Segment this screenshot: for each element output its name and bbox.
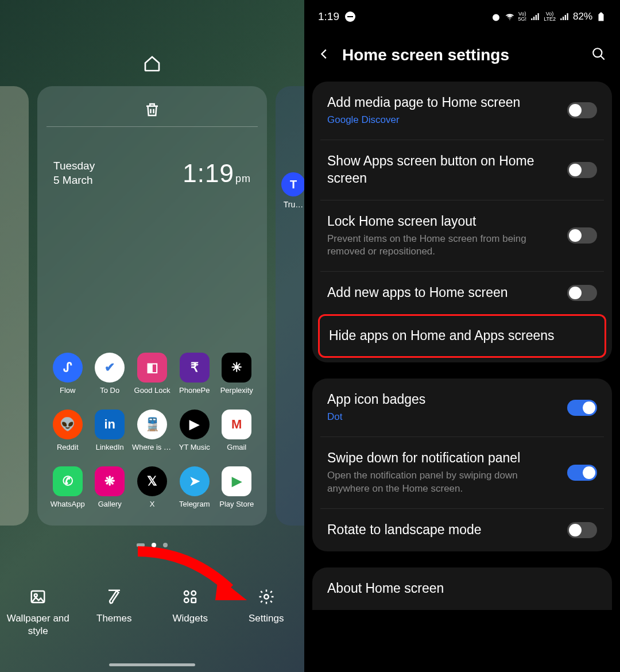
app-telegram[interactable]: ➤Telegram bbox=[175, 466, 215, 508]
alarm-icon bbox=[491, 11, 501, 22]
row-title: Lock Home screen layout bbox=[327, 213, 558, 230]
action-label: Themes bbox=[76, 612, 153, 625]
app-label: Perplexity bbox=[217, 386, 257, 395]
setting-row[interactable]: App icon badgesDot bbox=[312, 379, 612, 437]
page-preview-left[interactable] bbox=[0, 86, 29, 526]
brush-icon bbox=[76, 588, 153, 605]
setting-row[interactable]: Show Apps screen button on Home screen bbox=[320, 140, 604, 200]
toggle[interactable] bbox=[567, 285, 597, 301]
row-title: Swipe down for notification panel bbox=[327, 450, 558, 467]
home-icon[interactable] bbox=[141, 55, 164, 73]
app-whatsapp[interactable]: ✆WhatsApp bbox=[48, 466, 88, 508]
image-icon bbox=[0, 588, 76, 605]
home-edit-pane: T Tru… Tuesday 5 March 1:19pm ᔑFlow✔To D… bbox=[0, 0, 304, 672]
app-label: YT Music bbox=[175, 443, 215, 451]
app-x[interactable]: 𝕏X bbox=[132, 466, 172, 508]
app-label: Good Lock bbox=[132, 386, 172, 395]
toggle[interactable] bbox=[567, 465, 597, 481]
signal-icon bbox=[530, 11, 540, 22]
app-linkedin[interactable]: inLinkedIn bbox=[90, 410, 130, 451]
svg-point-2 bbox=[184, 591, 189, 596]
date-line: 5 March bbox=[53, 173, 95, 188]
row-title: Add media page to Home screen bbox=[327, 94, 558, 111]
home-page-preview[interactable]: Tuesday 5 March 1:19pm ᔑFlow✔To Do◧Good … bbox=[37, 86, 267, 526]
app-yt-music[interactable]: ▶YT Music bbox=[175, 410, 215, 451]
page-preview-right[interactable]: T Tru… bbox=[276, 86, 304, 526]
row-subtitle: Prevent items on the Home screen from be… bbox=[327, 233, 558, 259]
row-subtitle: Dot bbox=[327, 411, 558, 424]
settings-pane: 1:19 Vo)5G! Vo)LTE2 82% Home screen sett… bbox=[304, 0, 620, 672]
action-widgets[interactable]: Widgets bbox=[152, 588, 228, 638]
page-title: Home screen settings bbox=[342, 46, 580, 64]
row-title: Show Apps screen button on Home screen bbox=[327, 153, 558, 187]
row-title: App icon badges bbox=[327, 391, 558, 408]
app-icon: ₹ bbox=[180, 353, 210, 383]
toggle[interactable] bbox=[567, 400, 597, 416]
app-reddit[interactable]: 👽Reddit bbox=[48, 410, 88, 451]
row-subtitle: Google Discover bbox=[327, 114, 558, 127]
toggle[interactable] bbox=[567, 102, 597, 118]
app-label: WhatsApp bbox=[48, 500, 88, 508]
app-flow[interactable]: ᔑFlow bbox=[48, 353, 88, 395]
app-icon: ✳ bbox=[222, 353, 251, 383]
toggle[interactable] bbox=[567, 162, 597, 178]
app-good-lock[interactable]: ◧Good Lock bbox=[132, 353, 172, 395]
wifi-icon bbox=[505, 11, 515, 22]
setting-row[interactable]: Lock Home screen layoutPrevent items on … bbox=[320, 200, 604, 272]
clock-suffix: pm bbox=[235, 173, 251, 184]
delete-page-button[interactable] bbox=[48, 95, 257, 126]
settings-group-1: Add media page to Home screenGoogle Disc… bbox=[312, 82, 612, 362]
app-gallery[interactable]: ❋Gallery bbox=[90, 466, 130, 508]
svg-point-8 bbox=[593, 48, 602, 57]
status-bar: 1:19 Vo)5G! Vo)LTE2 82% bbox=[304, 0, 620, 23]
app-to-do[interactable]: ✔To Do bbox=[90, 353, 130, 395]
app-icon: ✆ bbox=[53, 466, 83, 496]
app-where-is-my-[interactable]: 🚆Where is my… bbox=[132, 410, 172, 451]
action-brush[interactable]: Themes bbox=[76, 588, 153, 638]
app-icon: in bbox=[95, 410, 125, 439]
battery-icon bbox=[596, 11, 606, 22]
bottom-actions: Wallpaper andstyleThemesWidgetsSettings bbox=[0, 588, 304, 638]
app-icon: M bbox=[222, 410, 251, 439]
setting-row[interactable]: Add media page to Home screenGoogle Disc… bbox=[312, 82, 612, 140]
action-label: Settings bbox=[228, 612, 305, 625]
app-phonepe[interactable]: ₹PhonePe bbox=[175, 353, 215, 395]
action-image[interactable]: Wallpaper andstyle bbox=[0, 588, 76, 638]
page-indicator[interactable] bbox=[0, 543, 304, 547]
app-label: Telegram bbox=[175, 500, 215, 508]
app-icon: ➤ bbox=[180, 466, 210, 496]
app-label: To Do bbox=[90, 386, 130, 395]
setting-row[interactable]: About Home screen bbox=[312, 567, 612, 610]
app-icon: 🚆 bbox=[137, 410, 167, 439]
setting-row[interactable]: Add new apps to Home screen bbox=[320, 271, 604, 314]
action-gear[interactable]: Settings bbox=[228, 588, 305, 638]
app-play-store[interactable]: ▶Play Store bbox=[217, 466, 257, 508]
setting-row[interactable]: Swipe down for notification panelOpen th… bbox=[320, 437, 604, 508]
setting-row[interactable]: Hide apps on Home and Apps screens bbox=[320, 316, 604, 356]
app-label: X bbox=[132, 500, 172, 508]
app-label: Reddit bbox=[48, 443, 88, 451]
search-button[interactable] bbox=[591, 47, 606, 64]
side-app[interactable]: T Tru… bbox=[281, 172, 304, 209]
signal2-icon bbox=[559, 11, 569, 22]
svg-rect-5 bbox=[192, 598, 196, 603]
svg-point-1 bbox=[34, 594, 37, 597]
app-label: PhonePe bbox=[175, 386, 215, 395]
toggle[interactable] bbox=[567, 522, 597, 538]
apps-grid: ᔑFlow✔To Do◧Good Lock₹PhonePe✳Perplexity… bbox=[48, 353, 257, 508]
app-icon: ▶ bbox=[222, 466, 251, 496]
back-button[interactable] bbox=[318, 48, 331, 63]
clock-widget[interactable]: Tuesday 5 March 1:19pm bbox=[48, 127, 257, 188]
app-icon: 👽 bbox=[53, 410, 83, 439]
dnd-icon bbox=[345, 11, 355, 22]
app-perplexity[interactable]: ✳Perplexity bbox=[217, 353, 257, 395]
app-gmail[interactable]: MGmail bbox=[217, 410, 257, 451]
app-icon: ❋ bbox=[95, 466, 125, 496]
settings-group-2: App icon badgesDotSwipe down for notific… bbox=[312, 379, 612, 551]
action-label: Widgets bbox=[152, 612, 228, 625]
setting-row[interactable]: Rotate to landscape mode bbox=[320, 508, 604, 551]
toggle[interactable] bbox=[567, 227, 597, 244]
gesture-bar[interactable] bbox=[109, 663, 195, 666]
battery-percent: 82% bbox=[573, 11, 592, 22]
app-label: Flow bbox=[48, 386, 88, 395]
